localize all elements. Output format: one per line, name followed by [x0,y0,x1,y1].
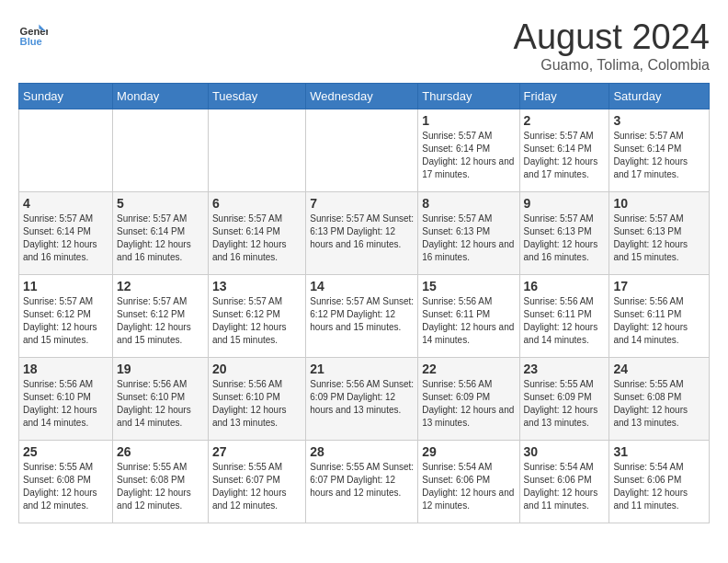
day-number: 6 [212,196,301,211]
calendar-cell: 17Sunrise: 5:56 AM Sunset: 6:11 PM Dayli… [609,274,710,357]
calendar-cell: 21Sunrise: 5:56 AM Sunset: 6:09 PM Dayli… [306,357,418,440]
day-info: Sunrise: 5:57 AM Sunset: 6:14 PM Dayligh… [524,130,606,181]
day-info: Sunrise: 5:57 AM Sunset: 6:14 PM Dayligh… [422,130,515,181]
calendar-cell: 9Sunrise: 5:57 AM Sunset: 6:13 PM Daylig… [519,191,609,274]
day-number: 27 [212,444,301,459]
calendar-cell: 3Sunrise: 5:57 AM Sunset: 6:14 PM Daylig… [609,109,710,191]
day-info: Sunrise: 5:56 AM Sunset: 6:10 PM Dayligh… [23,378,108,430]
day-number: 31 [613,444,705,459]
calendar-cell: 5Sunrise: 5:57 AM Sunset: 6:14 PM Daylig… [113,191,209,274]
day-number: 10 [613,196,705,211]
calendar-cell: 27Sunrise: 5:55 AM Sunset: 6:07 PM Dayli… [208,440,305,523]
header-thursday: Thursday [418,83,519,109]
day-number: 22 [422,362,515,376]
week-row-1: 1Sunrise: 5:57 AM Sunset: 6:14 PM Daylig… [19,109,710,191]
day-number: 24 [613,362,705,376]
day-number: 15 [422,279,515,293]
day-number: 29 [422,444,515,459]
day-info: Sunrise: 5:56 AM Sunset: 6:10 PM Dayligh… [117,378,204,430]
week-row-3: 11Sunrise: 5:57 AM Sunset: 6:12 PM Dayli… [19,274,710,357]
day-info: Sunrise: 5:57 AM Sunset: 6:13 PM Dayligh… [310,213,414,251]
day-info: Sunrise: 5:57 AM Sunset: 6:12 PM Dayligh… [23,295,108,347]
day-number: 19 [117,362,204,376]
day-number: 8 [422,196,515,211]
day-info: Sunrise: 5:56 AM Sunset: 6:11 PM Dayligh… [422,295,515,347]
day-number: 1 [422,113,515,128]
day-info: Sunrise: 5:56 AM Sunset: 6:09 PM Dayligh… [422,378,515,430]
calendar-table: SundayMondayTuesdayWednesdayThursdayFrid… [18,83,710,523]
day-number: 5 [117,196,204,211]
calendar-cell: 6Sunrise: 5:57 AM Sunset: 6:14 PM Daylig… [208,191,305,274]
day-number: 26 [117,444,204,459]
calendar-cell: 31Sunrise: 5:54 AM Sunset: 6:06 PM Dayli… [609,440,710,523]
logo: General Blue [18,18,48,48]
day-info: Sunrise: 5:56 AM Sunset: 6:10 PM Dayligh… [212,378,301,430]
day-info: Sunrise: 5:54 AM Sunset: 6:06 PM Dayligh… [422,461,515,512]
header-wednesday: Wednesday [306,83,418,109]
day-number: 3 [613,113,705,128]
day-info: Sunrise: 5:55 AM Sunset: 6:07 PM Dayligh… [310,461,414,500]
calendar-cell: 20Sunrise: 5:56 AM Sunset: 6:10 PM Dayli… [208,357,305,440]
week-row-4: 18Sunrise: 5:56 AM Sunset: 6:10 PM Dayli… [19,357,710,440]
day-number: 11 [23,279,108,293]
calendar-cell: 23Sunrise: 5:55 AM Sunset: 6:09 PM Dayli… [519,357,609,440]
calendar-cell: 10Sunrise: 5:57 AM Sunset: 6:13 PM Dayli… [609,191,710,274]
svg-text:General: General [20,26,48,37]
calendar-cell: 16Sunrise: 5:56 AM Sunset: 6:11 PM Dayli… [519,274,609,357]
calendar-cell: 24Sunrise: 5:55 AM Sunset: 6:08 PM Dayli… [609,357,710,440]
day-number: 2 [524,113,606,128]
day-number: 12 [117,279,204,293]
calendar-cell: 13Sunrise: 5:57 AM Sunset: 6:12 PM Dayli… [208,274,305,357]
calendar-cell [208,109,305,191]
day-number: 4 [23,196,108,211]
day-info: Sunrise: 5:57 AM Sunset: 6:13 PM Dayligh… [422,213,515,264]
header-row: SundayMondayTuesdayWednesdayThursdayFrid… [19,83,710,109]
header-sunday: Sunday [19,83,113,109]
day-number: 13 [212,279,301,293]
calendar-cell: 8Sunrise: 5:57 AM Sunset: 6:13 PM Daylig… [418,191,519,274]
day-info: Sunrise: 5:57 AM Sunset: 6:14 PM Dayligh… [613,130,705,181]
day-number: 16 [524,279,606,293]
subtitle: Guamo, Tolima, Colombia [514,57,710,74]
calendar-cell: 19Sunrise: 5:56 AM Sunset: 6:10 PM Dayli… [113,357,209,440]
calendar-cell: 25Sunrise: 5:55 AM Sunset: 6:08 PM Dayli… [19,440,113,523]
day-info: Sunrise: 5:55 AM Sunset: 6:09 PM Dayligh… [524,378,606,430]
day-number: 23 [524,362,606,376]
day-info: Sunrise: 5:57 AM Sunset: 6:14 PM Dayligh… [23,213,108,264]
day-info: Sunrise: 5:55 AM Sunset: 6:08 PM Dayligh… [117,461,204,512]
calendar-cell: 11Sunrise: 5:57 AM Sunset: 6:12 PM Dayli… [19,274,113,357]
day-number: 14 [310,279,414,293]
day-number: 30 [524,444,606,459]
day-number: 7 [310,196,414,211]
calendar-cell: 15Sunrise: 5:56 AM Sunset: 6:11 PM Dayli… [418,274,519,357]
day-info: Sunrise: 5:55 AM Sunset: 6:08 PM Dayligh… [23,461,108,512]
calendar-cell: 26Sunrise: 5:55 AM Sunset: 6:08 PM Dayli… [113,440,209,523]
day-number: 25 [23,444,108,459]
day-number: 18 [23,362,108,376]
week-row-2: 4Sunrise: 5:57 AM Sunset: 6:14 PM Daylig… [19,191,710,274]
day-info: Sunrise: 5:56 AM Sunset: 6:11 PM Dayligh… [613,295,705,347]
svg-text:Blue: Blue [20,36,42,47]
header-tuesday: Tuesday [208,83,305,109]
calendar-cell: 12Sunrise: 5:57 AM Sunset: 6:12 PM Dayli… [113,274,209,357]
day-info: Sunrise: 5:56 AM Sunset: 6:09 PM Dayligh… [310,378,414,417]
calendar-cell: 28Sunrise: 5:55 AM Sunset: 6:07 PM Dayli… [306,440,418,523]
calendar-cell [306,109,418,191]
calendar-cell: 2Sunrise: 5:57 AM Sunset: 6:14 PM Daylig… [519,109,609,191]
day-info: Sunrise: 5:55 AM Sunset: 6:07 PM Dayligh… [212,461,301,512]
calendar-cell: 29Sunrise: 5:54 AM Sunset: 6:06 PM Dayli… [418,440,519,523]
calendar-cell: 22Sunrise: 5:56 AM Sunset: 6:09 PM Dayli… [418,357,519,440]
day-info: Sunrise: 5:57 AM Sunset: 6:12 PM Dayligh… [117,295,204,347]
day-info: Sunrise: 5:57 AM Sunset: 6:14 PM Dayligh… [212,213,301,264]
day-info: Sunrise: 5:54 AM Sunset: 6:06 PM Dayligh… [524,461,606,512]
calendar-cell: 30Sunrise: 5:54 AM Sunset: 6:06 PM Dayli… [519,440,609,523]
header-friday: Friday [519,83,609,109]
title-area: August 2024 Guamo, Tolima, Colombia [514,18,710,74]
day-number: 21 [310,362,414,376]
calendar-cell: 18Sunrise: 5:56 AM Sunset: 6:10 PM Dayli… [19,357,113,440]
day-info: Sunrise: 5:55 AM Sunset: 6:08 PM Dayligh… [613,378,705,430]
day-info: Sunrise: 5:57 AM Sunset: 6:13 PM Dayligh… [613,213,705,264]
header-saturday: Saturday [609,83,710,109]
calendar-cell: 4Sunrise: 5:57 AM Sunset: 6:14 PM Daylig… [19,191,113,274]
page-title: August 2024 [514,18,710,57]
